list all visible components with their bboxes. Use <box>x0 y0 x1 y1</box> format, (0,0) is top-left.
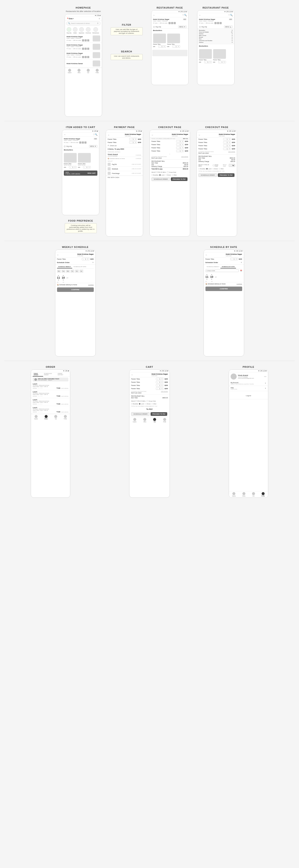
rp2-cat-breads[interactable]: Breads9 <box>199 36 233 38</box>
wallet-paytm[interactable]: PayTM LINK ACCOUNT <box>106 162 143 167</box>
cart-qty-4[interactable]: - 1 + <box>156 388 164 390</box>
ws-ampm[interactable]: pm <box>66 277 68 278</box>
location-bar[interactable]: 📍 Goa ▼ ⚙ <box>65 17 102 21</box>
cp2-qty-2[interactable]: - 1 + <box>223 141 231 144</box>
nav-profile[interactable]: Profile <box>96 69 99 73</box>
sbd-date-input[interactable]: 11 March 2018 <box>205 270 239 272</box>
ws-close-icon[interactable]: ✕ <box>92 261 94 264</box>
restaurant-card-1[interactable]: Hotel Krishna Sagar Asian • Italian • Ch… <box>65 34 102 43</box>
rp2-item-2[interactable]: Paneer Tikka 200 - 1 + <box>213 49 226 63</box>
ia-qty-1[interactable]: - 1 + <box>69 166 77 168</box>
profile-edit-btn[interactable]: Edit <box>264 376 266 377</box>
cp2-back-icon[interactable]: ← <box>198 134 201 136</box>
rp2-cat-starters2[interactable]: Starters9 <box>199 41 233 43</box>
sbd-tab-weekly[interactable]: SCHEDULE WEEKLY <box>205 266 221 269</box>
ws-day-sat[interactable]: Sat <box>79 270 83 273</box>
restaurant-card-3[interactable]: Hotel Krishna Sagar Asian • Italian • Ch… <box>65 51 102 59</box>
ord-tab-scheduled[interactable]: SCHEDULED ORDER <box>43 372 57 376</box>
cart-nav-cart[interactable]: Cart <box>153 418 156 423</box>
ws-min-up[interactable]: ▲ <box>63 275 64 276</box>
ord-tab-today[interactable]: TODAY ORDER <box>33 372 43 376</box>
restaurant-card-2[interactable]: Hotel Krishna Sagar Asian • Italian • Ch… <box>65 43 102 51</box>
heart-icon[interactable]: ♡ <box>182 14 184 16</box>
order-item-3[interactable]: Lunch 12:00 pm, Delivered at home Hotel … <box>31 398 70 406</box>
cp2-qty-4[interactable]: - 1 + <box>223 148 231 150</box>
restaurant-card-4[interactable]: Hotel Krishna Sanar <box>65 59 102 68</box>
search-bar[interactable]: 🔍 Search restaurants & dishes 🎙 <box>66 21 101 25</box>
cp1-lunch[interactable]: Lunch <box>159 174 164 176</box>
cart-breakfast[interactable]: Breakfast <box>131 403 138 404</box>
pay-qty-2[interactable]: - 1 + <box>129 141 137 144</box>
sbd-close-icon[interactable]: ✕ <box>241 261 242 264</box>
prof-nav-explore[interactable]: Explore <box>232 492 236 497</box>
sbd-hour-up[interactable]: ▲ <box>206 274 208 275</box>
filter-vietnamese[interactable]: Vietnamese <box>92 27 99 34</box>
sbd-qty[interactable]: - 1 + <box>230 258 238 260</box>
sbd-tab-date[interactable]: SCHEDULE BY DATE <box>221 266 236 269</box>
cart-nav-explore[interactable]: Explore <box>133 418 136 423</box>
sbd-confirm-btn[interactable]: CONFIRM <box>205 286 242 291</box>
cp2-proceed-btn[interactable]: PROCEED TO PAY <box>218 173 234 177</box>
pay-change-1[interactable]: CHANGE <box>136 155 141 156</box>
cp2-add-more[interactable]: ADD MORE <box>228 151 235 154</box>
ws-tab-weekly[interactable]: SCHEDULE WEEKLY <box>57 266 72 269</box>
rp2-cat-rice[interactable]: Rice8 <box>199 38 233 40</box>
rp1-qty-1[interactable]: - 1 + <box>158 45 166 48</box>
sbd-hour-down[interactable]: ▼ <box>206 278 208 280</box>
ws-change[interactable]: CHANGE <box>88 284 94 285</box>
pay-qty-1[interactable]: - 1 + <box>129 138 137 141</box>
ws-confirm-btn[interactable]: CONFIRM <box>57 287 94 292</box>
ws-day-wed[interactable]: Wed <box>66 270 70 273</box>
cp2-group-order[interactable]: Group Order <box>213 164 221 167</box>
rp2-cat-main[interactable]: Main Course9 <box>199 35 233 36</box>
view-cart-bar[interactable]: $200 6 items, 1200 calories VIEW CART <box>64 170 97 176</box>
ia-menu[interactable]: MENU ▼ <box>89 145 97 148</box>
pay-back-icon[interactable]: ← <box>108 134 110 136</box>
ws-day-mon[interactable]: Mon <box>57 270 61 273</box>
cp2-other[interactable]: Other <box>219 168 224 169</box>
cart-back-icon[interactable]: ← <box>131 374 133 376</box>
rp1-item-1[interactable]: Paneer Tikka 200 - 1 + <box>153 34 166 48</box>
prof-nav-profile[interactable]: Profile <box>261 492 265 497</box>
rp2-cat-soup[interactable]: Soup and Salads10 <box>199 31 233 33</box>
cp2-breakfast[interactable]: Breakfast <box>198 168 205 169</box>
rp1-item-2[interactable]: Paneer Tikka 200 - 1 + <box>167 34 180 48</box>
ws-back-icon[interactable]: ← <box>57 254 59 256</box>
rp2-item-1[interactable]: Paneer Tikka 200 - 1 + <box>199 49 212 63</box>
nav-offers[interactable]: Offers <box>77 69 80 73</box>
prof-nav-orders[interactable]: Orders <box>242 492 245 497</box>
filter-indian[interactable]: Indian <box>73 27 77 34</box>
ord-nav-cart[interactable]: Cart <box>54 415 57 420</box>
rp2-menu-toggle[interactable]: MENU ▲ <box>224 26 232 28</box>
nav-explore[interactable]: Explore <box>68 69 71 73</box>
ia-heart-icon[interactable]: ♡ <box>93 133 95 136</box>
ia-veg[interactable]: Veg only <box>64 145 72 148</box>
cart-dinner[interactable]: Dinner <box>145 403 151 404</box>
filter-japanese[interactable]: Japanese <box>79 27 85 34</box>
ws-min-down[interactable]: ▼ <box>63 279 64 281</box>
my-account-accordion[interactable]: My Account Address, Food Preferences, pa… <box>229 381 268 386</box>
ws-qty[interactable]: - 1 + <box>82 258 90 260</box>
search-icon[interactable]: 🔍 <box>184 14 187 16</box>
ord-tab-history[interactable]: ORDER HISTORY <box>57 372 68 376</box>
cp1-qty-3[interactable]: - 1 + <box>176 147 184 149</box>
cart-group-order[interactable]: Group Order <box>146 400 156 402</box>
help-accordion[interactable]: Help FAQs & LInks ▼ <box>229 386 268 391</box>
order-item-1[interactable]: Lunch 12:00 pm, Delivered at home Hotel … <box>31 382 70 390</box>
view-cart-btn[interactable]: VIEW CART <box>87 173 96 174</box>
cart-nav-offers[interactable]: Offers <box>143 418 146 423</box>
rp2-veg-toggle[interactable]: Veg only <box>199 26 207 28</box>
sbd-min-down[interactable]: ▼ <box>211 278 212 280</box>
back-icon[interactable]: ← <box>153 14 155 16</box>
cp1-other[interactable]: Other <box>172 174 177 176</box>
rp1-qty-2[interactable]: - 1 + <box>172 45 180 48</box>
cp1-group-order[interactable]: Group Order <box>167 172 176 173</box>
cart-qty-3[interactable]: - 1 + <box>156 384 164 386</box>
ord-nav-explore[interactable]: Explore <box>34 415 38 420</box>
cart-lunch[interactable]: Lunch <box>139 403 144 404</box>
ws-tab-date[interactable]: SCHEDULE BY DATE <box>72 266 87 269</box>
rp2-qty-1[interactable]: - 1 + <box>204 61 212 63</box>
cp1-qty-2[interactable]: - 1 + <box>176 144 184 146</box>
cart-proceed-btn[interactable]: PROCEED TO PAY <box>151 412 167 416</box>
rp2-search-icon[interactable]: 🔍 <box>230 14 233 16</box>
